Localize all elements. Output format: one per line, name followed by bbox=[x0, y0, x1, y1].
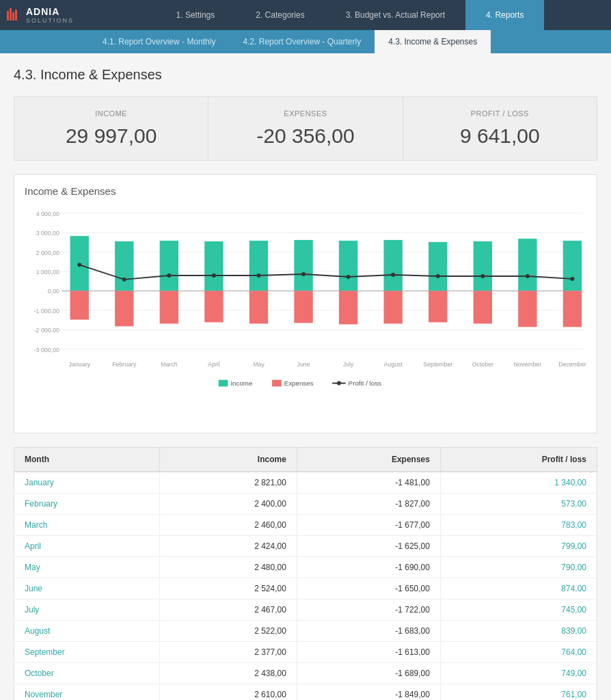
svg-text:-3 000,00: -3 000,00 bbox=[34, 347, 59, 353]
cell-expenses: -1 690,00 bbox=[297, 557, 440, 578]
svg-text:December: December bbox=[558, 361, 586, 368]
cell-expenses: -1 481,00 bbox=[297, 472, 440, 494]
expenses-value: -20 356,00 bbox=[222, 124, 388, 148]
sub-navigation: 4.1. Report Overview - Monthly 4.2. Repo… bbox=[0, 30, 611, 53]
table-row: July 2 467,00 -1 722,00 745,00 bbox=[14, 600, 597, 621]
svg-text:Expenses: Expenses bbox=[284, 379, 314, 387]
nav-categories[interactable]: 2. Categories bbox=[235, 0, 325, 30]
cell-expenses: -1 683,00 bbox=[297, 621, 440, 642]
profit-card: Profit / loss 9 641,00 bbox=[403, 97, 597, 160]
nav-reports[interactable]: 4. Reports bbox=[465, 0, 544, 30]
brand-name: ADNIA bbox=[26, 6, 59, 17]
col-expenses: Expenses bbox=[297, 448, 440, 472]
svg-rect-36 bbox=[204, 291, 223, 322]
svg-point-53 bbox=[436, 274, 440, 278]
svg-point-54 bbox=[480, 274, 485, 278]
cell-income: 2 460,00 bbox=[160, 515, 297, 536]
cell-income: 2 424,00 bbox=[160, 536, 297, 557]
svg-text:4 000,00: 4 000,00 bbox=[36, 211, 59, 217]
svg-text:May: May bbox=[253, 361, 264, 368]
svg-rect-23 bbox=[160, 241, 178, 291]
cell-profit: 790,00 bbox=[440, 557, 597, 578]
cell-month: October bbox=[14, 663, 160, 684]
svg-rect-22 bbox=[115, 241, 133, 291]
cell-income: 2 377,00 bbox=[160, 642, 297, 663]
svg-text:-2 000,00: -2 000,00 bbox=[34, 327, 59, 334]
table-row: January 2 821,00 -1 481,00 1 340,00 bbox=[14, 472, 597, 494]
cell-profit: 764,00 bbox=[440, 642, 597, 663]
profit-label: Profit / loss bbox=[417, 109, 583, 118]
subnav-quarterly[interactable]: 4.2. Report Overview - Quarterly bbox=[229, 30, 375, 53]
svg-text:August: August bbox=[383, 361, 403, 368]
subnav-income-expenses[interactable]: 4.3. Income & Expenses bbox=[375, 30, 491, 53]
income-label: Income bbox=[28, 109, 194, 118]
nav-items: 1. Settings 2. Categories 3. Budget vs. … bbox=[96, 0, 604, 30]
svg-point-48 bbox=[212, 273, 216, 278]
svg-text:November: November bbox=[514, 361, 542, 368]
cell-month: August bbox=[14, 621, 160, 642]
svg-rect-41 bbox=[429, 291, 447, 322]
svg-rect-29 bbox=[429, 242, 447, 291]
subnav-monthly[interactable]: 4.1. Report Overview - Monthly bbox=[89, 30, 229, 53]
svg-point-45 bbox=[77, 262, 81, 267]
svg-text:-1 000,00: -1 000,00 bbox=[34, 308, 59, 314]
cell-month: May bbox=[14, 557, 160, 578]
svg-text:January: January bbox=[69, 361, 91, 368]
table-row: October 2 438,00 -1 689,00 749,00 bbox=[14, 663, 597, 684]
svg-point-46 bbox=[122, 278, 126, 282]
nav-budget[interactable]: 3. Budget vs. Actual Report bbox=[325, 0, 465, 30]
income-value: 29 997,00 bbox=[28, 124, 194, 148]
svg-text:1 000,00: 1 000,00 bbox=[36, 269, 59, 275]
table-row: February 2 400,00 -1 827,00 573,00 bbox=[14, 494, 597, 515]
cell-expenses: -1 849,00 bbox=[297, 684, 440, 701]
svg-point-51 bbox=[347, 275, 351, 279]
logo-icon bbox=[7, 5, 22, 25]
svg-rect-3 bbox=[15, 10, 17, 21]
svg-text:July: July bbox=[343, 361, 354, 368]
cell-month: June bbox=[14, 578, 160, 600]
svg-rect-27 bbox=[339, 241, 357, 291]
svg-rect-2 bbox=[12, 12, 14, 21]
svg-point-52 bbox=[391, 273, 395, 277]
svg-rect-28 bbox=[383, 240, 402, 291]
svg-text:Profit / loss: Profit / loss bbox=[349, 379, 381, 387]
svg-rect-31 bbox=[518, 239, 537, 291]
cell-month: March bbox=[14, 515, 160, 536]
col-income: Income bbox=[160, 448, 297, 472]
cell-profit: 799,00 bbox=[440, 536, 597, 557]
svg-rect-33 bbox=[70, 291, 89, 319]
svg-rect-42 bbox=[474, 291, 492, 323]
svg-rect-69 bbox=[219, 380, 228, 387]
cell-income: 2 480,00 bbox=[160, 557, 297, 578]
svg-rect-38 bbox=[294, 291, 312, 323]
top-navigation: ADNIA SOLUTIONS 1. Settings 2. Categorie… bbox=[0, 0, 611, 30]
brand-sub: SOLUTIONS bbox=[26, 17, 74, 24]
svg-rect-32 bbox=[563, 241, 582, 291]
svg-rect-39 bbox=[339, 291, 357, 324]
svg-rect-43 bbox=[518, 291, 537, 327]
cell-month: July bbox=[14, 600, 160, 621]
cell-income: 2 467,00 bbox=[160, 600, 297, 621]
svg-rect-30 bbox=[474, 241, 492, 291]
cell-expenses: -1 650,00 bbox=[297, 578, 440, 600]
svg-point-49 bbox=[257, 273, 261, 278]
cell-month: September bbox=[14, 642, 160, 663]
table-row: August 2 522,00 -1 683,00 839,00 bbox=[14, 621, 597, 642]
cell-profit: 761,00 bbox=[440, 684, 597, 701]
svg-text:October: October bbox=[472, 361, 493, 368]
svg-text:0,00: 0,00 bbox=[48, 288, 59, 295]
svg-rect-71 bbox=[272, 380, 282, 387]
cell-income: 2 524,00 bbox=[160, 578, 297, 600]
cell-income: 2 821,00 bbox=[160, 472, 297, 494]
nav-settings[interactable]: 1. Settings bbox=[156, 0, 236, 30]
summary-cards: Income 29 997,00 Expenses -20 356,00 Pro… bbox=[14, 96, 597, 161]
col-profit: Profit / loss bbox=[440, 448, 597, 472]
svg-rect-40 bbox=[383, 291, 402, 323]
cell-expenses: -1 689,00 bbox=[297, 663, 440, 684]
cell-month: April bbox=[14, 536, 160, 557]
svg-text:April: April bbox=[208, 361, 220, 368]
svg-point-55 bbox=[526, 274, 530, 278]
cell-month: January bbox=[14, 472, 160, 494]
svg-text:June: June bbox=[297, 361, 310, 368]
chart-container: Income & Expenses 4 000,00 3 000,00 2 00… bbox=[14, 174, 597, 433]
